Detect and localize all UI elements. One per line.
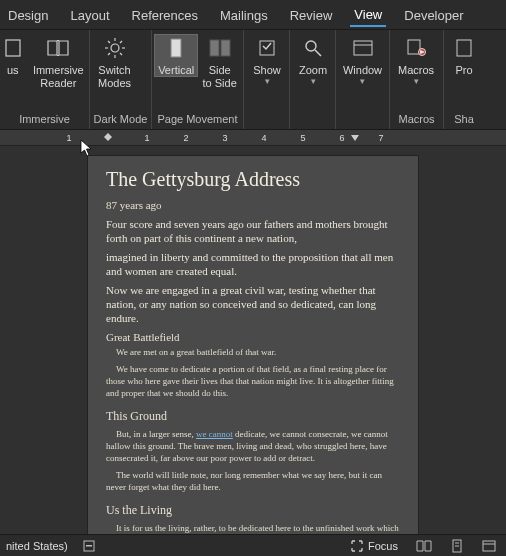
accessibility-icon [82,539,96,553]
group-label-macros: Macros [390,113,443,129]
svg-line-7 [120,53,122,55]
document-area[interactable]: The Gettysburg Address 87 years ago Four… [0,146,506,540]
chevron-down-icon: ▾ [360,77,365,85]
properties-icon [452,36,476,60]
svg-rect-30 [483,541,495,551]
svg-rect-22 [457,40,471,56]
ribbon: us Immersive Reader Immersive Switch Mod… [0,30,506,130]
svg-marker-23 [104,133,112,141]
svg-rect-17 [354,41,372,55]
ruler[interactable]: 1 1 2 3 4 5 6 7 [0,130,506,146]
show-icon [255,36,279,60]
macros-button[interactable]: Macros ▾ [392,34,440,85]
svg-line-6 [108,41,110,43]
page[interactable]: The Gettysburg Address 87 years ago Four… [88,156,418,540]
paragraph[interactable]: The world will little note, nor long rem… [106,469,400,493]
side-to-side-button[interactable]: Side to Side [198,34,241,90]
print-layout-button[interactable] [446,537,468,555]
focus-icon [350,539,364,553]
show-button[interactable]: Show ▾ [246,34,288,85]
chevron-down-icon: ▾ [311,77,316,85]
immersive-reader-button[interactable]: Immersive Reader [30,34,87,90]
svg-rect-13 [221,40,230,56]
paragraph[interactable]: We have come to dedicate a portion of th… [106,363,400,399]
heading[interactable]: This Ground [106,409,400,424]
svg-rect-0 [6,40,20,56]
tab-design[interactable]: Design [4,3,52,26]
doc-title[interactable]: The Gettysburg Address [106,168,400,191]
sun-icon [103,36,127,60]
page-icon [450,539,464,553]
tab-developer[interactable]: Developer [400,3,467,26]
ribbon-tabs: Design Layout References Mailings Review… [0,0,506,30]
svg-rect-11 [172,40,180,56]
svg-rect-12 [210,40,219,56]
vertical-button[interactable]: Vertical [154,34,198,77]
paragraph[interactable]: It is for us the living, rather, to be d… [106,522,400,534]
svg-point-1 [111,44,119,52]
status-bar: nited States) Focus [0,534,506,556]
focus-mode-button[interactable]: Focus [346,537,402,555]
tab-review[interactable]: Review [286,3,337,26]
paragraph[interactable]: Now we are engaged in a great civil war,… [106,283,400,325]
zoom-button[interactable]: Zoom ▾ [292,34,334,85]
group-label-immersive: Immersive [0,113,89,129]
macros-icon [404,36,428,60]
web-icon [482,539,496,553]
svg-point-15 [306,41,316,51]
doc-subtitle[interactable]: 87 years ago [106,199,400,211]
vertical-page-icon [164,36,188,60]
tab-references[interactable]: References [128,3,202,26]
paragraph[interactable]: But, in a larger sense, we cannot dedica… [106,428,400,464]
tab-layout[interactable]: Layout [66,3,113,26]
paragraph[interactable]: Four score and seven years ago our fathe… [106,217,400,245]
group-label-darkmode: Dark Mode [90,113,151,129]
heading[interactable]: Great Battlefield [106,331,400,343]
side-by-side-icon [208,36,232,60]
group-label-sharepoint: Sha [444,113,484,129]
window-button[interactable]: Window ▾ [338,34,387,85]
focus-icon [1,36,25,60]
heading[interactable]: Us the Living [106,503,400,518]
window-icon [351,36,375,60]
group-label-pagemovement: Page Movement [152,113,243,129]
indent-marker-icon[interactable] [103,132,113,144]
focus-button[interactable]: us [2,34,30,77]
language-status[interactable]: nited States) [6,540,68,552]
svg-line-9 [120,41,122,43]
svg-line-16 [315,50,321,56]
switch-modes-button[interactable]: Switch Modes [92,34,137,90]
accessibility-button[interactable] [78,537,100,555]
tab-mailings[interactable]: Mailings [216,3,272,26]
book-icon [416,540,432,552]
indent-marker-icon[interactable] [350,132,360,144]
svg-marker-24 [351,135,359,141]
read-mode-button[interactable] [412,538,436,554]
properties-button[interactable]: Pro [446,34,482,77]
svg-line-8 [108,53,110,55]
paragraph[interactable]: We are met on a great battlefield of tha… [106,346,400,358]
chevron-down-icon: ▾ [414,77,419,85]
magnifier-icon [301,36,325,60]
hyperlink[interactable]: we cannot [196,429,233,439]
svg-rect-26 [86,545,92,547]
paragraph[interactable]: imagined in liberty and committed to the… [106,250,400,278]
immersive-reader-icon [46,36,70,60]
chevron-down-icon: ▾ [265,77,270,85]
tab-view[interactable]: View [350,2,386,27]
web-layout-button[interactable] [478,537,500,555]
